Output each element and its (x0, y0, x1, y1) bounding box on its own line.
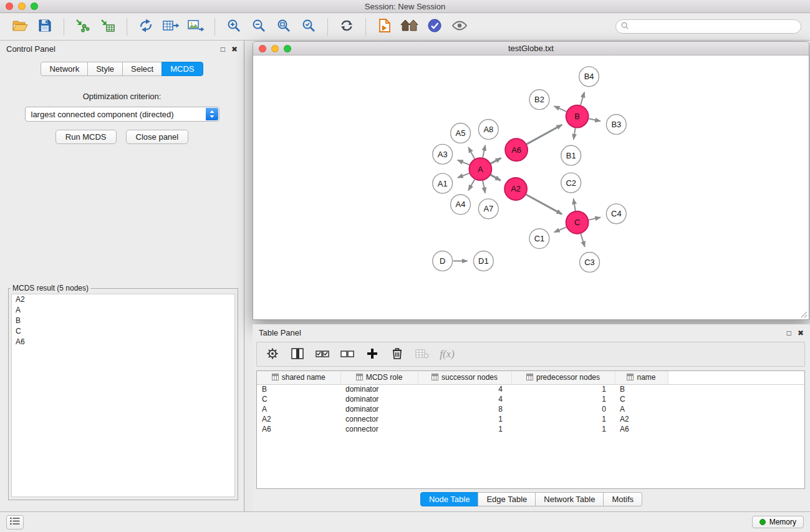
search-box[interactable] (615, 19, 801, 34)
node-table[interactable]: shared nameMCDS rolesuccessor nodesprede… (256, 370, 805, 489)
import-network-button[interactable] (72, 17, 94, 37)
graph-edge-A-A1[interactable] (458, 173, 470, 178)
graph-edge-C-C3[interactable] (581, 234, 584, 247)
table-row[interactable]: Adominator80A (257, 404, 804, 414)
table-row[interactable]: Cdominator41C (257, 394, 804, 404)
export-table-button[interactable] (160, 17, 182, 37)
close-table-panel-icon[interactable]: ✖ (798, 329, 804, 337)
resize-handle-icon[interactable] (801, 311, 808, 318)
close-panel-button[interactable]: Close panel (126, 130, 189, 144)
export-image-button[interactable] (185, 17, 207, 37)
function-builder-button[interactable]: f(x) (438, 345, 456, 364)
network-window-titlebar[interactable]: testGlobe.txt (253, 42, 809, 56)
tab-select[interactable]: Select (122, 62, 162, 76)
graph-node-D[interactable]: D (433, 251, 453, 271)
select-all-button[interactable] (313, 345, 332, 364)
table-row[interactable]: A6connector11A6 (257, 424, 804, 434)
graph-node-A3[interactable]: A3 (433, 144, 453, 164)
zoom-in-button[interactable] (223, 17, 245, 37)
search-input[interactable] (632, 22, 796, 31)
graph-node-A7[interactable]: A7 (478, 199, 498, 219)
column-header-successor-nodes[interactable]: successor nodes (418, 371, 511, 384)
network-close-button[interactable] (259, 45, 266, 52)
open-document-button[interactable] (374, 17, 396, 37)
close-window-button[interactable] (6, 2, 13, 10)
home-button[interactable] (398, 17, 421, 37)
close-panel-icon[interactable]: ✖ (231, 46, 238, 53)
graph-node-B4[interactable]: B4 (579, 67, 599, 87)
graph-edge-B-B4[interactable] (581, 92, 584, 105)
graph-edge-C-C4[interactable] (589, 217, 600, 220)
graph-edge-A-A6[interactable] (491, 158, 501, 163)
criterion-dropdown[interactable]: largest connected component (directed) (25, 107, 219, 122)
column-header-predecessor-nodes[interactable]: predecessor nodes (511, 371, 615, 384)
graph-edge-A-A2[interactable] (491, 175, 501, 180)
network-canvas[interactable]: B4B2BB3A5A8A6A3B1AA1C2A2A4A7C4CC1DD1C3 (253, 56, 809, 319)
table-row[interactable]: Bdominator41B (257, 384, 804, 394)
share-network-button[interactable] (135, 17, 157, 37)
tab-node-table[interactable]: Node Table (420, 492, 479, 506)
graph-node-A2[interactable]: A2 (504, 178, 527, 200)
zoom-selected-button[interactable] (297, 17, 320, 37)
graph-node-B2[interactable]: B2 (529, 90, 549, 110)
add-column-button[interactable] (288, 345, 307, 364)
graph-edge-C-C2[interactable] (574, 199, 576, 211)
graph-node-C3[interactable]: C3 (580, 253, 600, 273)
network-minimize-button[interactable] (271, 45, 279, 52)
graph-edge-B-B2[interactable] (554, 106, 567, 112)
graph-node-B3[interactable]: B3 (606, 115, 626, 135)
float-panel-icon[interactable]: □ (221, 46, 225, 53)
graph-node-D1[interactable]: D1 (473, 251, 493, 271)
graph-node-A5[interactable]: A5 (451, 123, 471, 143)
graph-node-A[interactable]: A (469, 158, 491, 180)
graph-edge-A-A3[interactable] (458, 160, 470, 165)
graph-edge-B-B3[interactable] (589, 118, 600, 121)
mcds-result-list[interactable]: A2ABCA6 (11, 294, 235, 497)
tab-edge-table[interactable]: Edge Table (478, 492, 536, 506)
graph-node-C2[interactable]: C2 (561, 173, 581, 193)
graph-edge-A6-B[interactable] (527, 125, 562, 144)
graph-node-A1[interactable]: A1 (433, 173, 453, 193)
import-table-button[interactable] (97, 17, 119, 37)
graph-edge-A-A8[interactable] (483, 145, 485, 158)
run-mcds-button[interactable]: Run MCDS (55, 130, 117, 144)
add-row-button[interactable] (363, 345, 382, 364)
task-history-button[interactable] (6, 515, 24, 530)
tab-network-table[interactable]: Network Table (535, 492, 604, 506)
delete-table-button[interactable] (413, 345, 432, 364)
minimize-window-button[interactable] (18, 2, 26, 10)
graph-edge-A-A5[interactable] (468, 147, 475, 159)
tab-style[interactable]: Style (87, 62, 123, 76)
delete-row-button[interactable] (388, 345, 407, 364)
result-item[interactable]: C (12, 326, 234, 337)
tab-network[interactable]: Network (41, 62, 88, 76)
network-graph[interactable]: B4B2BB3A5A8A6A3B1AA1C2A2A4A7C4CC1DD1C3 (253, 56, 809, 319)
zoom-fit-button[interactable] (272, 17, 295, 37)
apply-style-button[interactable] (423, 17, 446, 37)
tab-motifs[interactable]: Motifs (603, 492, 642, 506)
column-header-shared-name[interactable]: shared name (257, 371, 340, 384)
column-header-name[interactable]: name (615, 371, 668, 384)
zoom-out-button[interactable] (248, 17, 270, 37)
float-table-panel-icon[interactable]: □ (787, 329, 791, 337)
result-item[interactable]: A6 (12, 337, 234, 347)
memory-button[interactable]: Memory (752, 516, 804, 528)
graph-node-C[interactable]: C (566, 211, 589, 234)
open-file-button[interactable] (9, 17, 31, 37)
graph-node-A6[interactable]: A6 (505, 138, 528, 161)
graph-edge-A2-C[interactable] (526, 195, 562, 214)
graph-node-A8[interactable]: A8 (478, 120, 498, 140)
graph-node-B[interactable]: B (566, 105, 589, 128)
graph-edge-C-C1[interactable] (554, 227, 567, 232)
refresh-button[interactable] (335, 17, 358, 37)
graph-edge-B-B1[interactable] (574, 128, 576, 139)
tab-mcds[interactable]: MCDS (162, 62, 203, 76)
deselect-all-button[interactable] (338, 345, 357, 364)
table-row[interactable]: A2connector11A2 (257, 414, 804, 424)
show-hide-button[interactable] (448, 17, 471, 37)
network-maximize-button[interactable] (284, 45, 291, 52)
maximize-window-button[interactable] (31, 2, 38, 10)
result-item[interactable]: B (12, 316, 234, 326)
graph-edge-A-A7[interactable] (483, 181, 485, 193)
column-header-MCDS-role[interactable]: MCDS role (340, 371, 418, 384)
